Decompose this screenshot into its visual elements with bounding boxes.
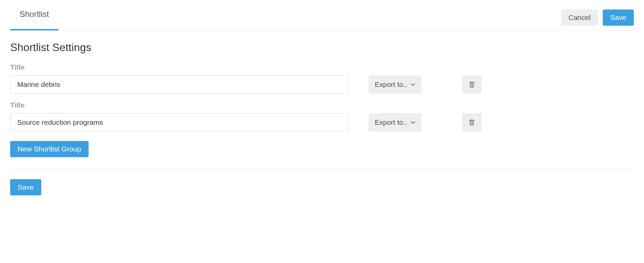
delete-button[interactable] <box>462 75 482 94</box>
trash-icon <box>468 118 476 126</box>
export-label: Export to.. <box>375 80 407 89</box>
separator <box>10 169 634 170</box>
title-input[interactable] <box>10 113 348 132</box>
new-shortlist-group-button[interactable]: New Shortlist Group <box>10 141 89 157</box>
title-input[interactable] <box>10 75 348 94</box>
chevron-down-icon <box>411 82 415 87</box>
page-heading: Shortlist Settings <box>10 41 634 54</box>
trash-icon <box>468 80 476 89</box>
save-button-bottom[interactable]: Save <box>10 179 41 195</box>
group-row: Export to.. <box>10 113 634 132</box>
content: Shortlist Settings Title Export to.. <box>10 30 634 195</box>
export-dropdown[interactable]: Export to.. <box>369 113 421 132</box>
tab-shortlist[interactable]: Shortlist <box>10 9 59 30</box>
title-label: Title <box>10 63 634 71</box>
delete-button[interactable] <box>462 113 482 132</box>
title-label: Title <box>10 101 634 109</box>
shortlist-group: Title Export to.. <box>10 101 634 132</box>
chevron-down-icon <box>411 120 415 125</box>
export-label: Export to.. <box>375 118 407 126</box>
save-button-top[interactable]: Save <box>603 9 634 26</box>
export-dropdown[interactable]: Export to.. <box>369 75 421 94</box>
cancel-button[interactable]: Cancel <box>561 9 598 26</box>
top-bar: Shortlist Cancel Save <box>10 0 634 30</box>
top-actions: Cancel Save <box>561 9 634 26</box>
shortlist-group: Title Export to.. <box>10 63 634 94</box>
group-row: Export to.. <box>10 75 634 94</box>
